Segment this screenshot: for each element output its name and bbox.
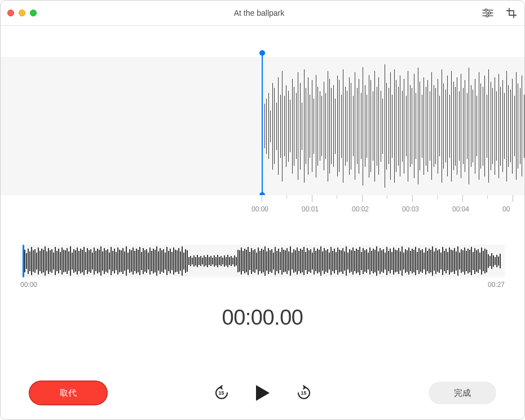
- playhead-handle-bottom[interactable]: [259, 192, 265, 195]
- overview-bar: [366, 249, 367, 273]
- overview-bar: [31, 247, 32, 275]
- overview-bar: [26, 253, 27, 269]
- overview-bar: [413, 250, 414, 272]
- overview-bar: [423, 253, 425, 269]
- overview-bar: [36, 253, 37, 269]
- time-ruler: 00:0000:0100:0200:0300:0400: [1, 195, 524, 223]
- zoom-window-button[interactable]: [30, 10, 37, 16]
- controls-bar: 取代 15 15 完成: [1, 381, 524, 405]
- overview-bar: [94, 247, 95, 275]
- overview-bar: [185, 249, 186, 273]
- overview-bar: [469, 250, 470, 272]
- overview-bar: [488, 254, 489, 268]
- overview-bar: [351, 250, 352, 272]
- done-button[interactable]: 完成: [429, 382, 496, 404]
- overview-bar: [83, 247, 85, 275]
- overview-bar: [28, 249, 29, 274]
- overview-bar: [491, 253, 492, 269]
- overview-bar: [227, 255, 228, 267]
- overview-bar: [143, 248, 144, 274]
- overview-bar: [229, 257, 230, 265]
- overview-bar: [58, 249, 59, 273]
- overview-bar: [177, 250, 178, 272]
- overview-bar: [264, 246, 266, 276]
- overview-bar: [48, 248, 49, 274]
- overview-bar: [220, 256, 222, 266]
- crop-icon[interactable]: [505, 7, 518, 19]
- overview-bar: [104, 248, 105, 274]
- overview-bar: [466, 251, 467, 271]
- time-tick: 00: [513, 195, 525, 223]
- overview-bar: [82, 250, 83, 272]
- play-button[interactable]: [252, 382, 274, 404]
- playhead-handle-top[interactable]: [259, 50, 265, 56]
- overview-bar: [261, 249, 262, 273]
- minimize-window-button[interactable]: [19, 10, 25, 16]
- replace-button[interactable]: 取代: [29, 381, 108, 405]
- overview-bar: [281, 247, 283, 275]
- overview-bar: [105, 250, 107, 272]
- overview-bar: [418, 248, 420, 274]
- overview-bar: [60, 252, 61, 270]
- overview-bar: [427, 251, 428, 271]
- overview-bar: [249, 252, 250, 270]
- overview-bar: [144, 250, 145, 272]
- transport-controls: 15 15: [211, 382, 314, 404]
- overview-bar: [65, 250, 66, 272]
- overview-bar: [481, 247, 482, 275]
- overview-bar: [342, 248, 343, 274]
- overview-bar: [217, 255, 218, 267]
- overview-bar: [347, 253, 348, 269]
- overview-bar: [464, 247, 465, 275]
- close-window-button[interactable]: [7, 10, 14, 16]
- overview-bar: [332, 251, 333, 271]
- overview-bar: [161, 250, 162, 272]
- playhead[interactable]: [262, 53, 263, 195]
- overview-bar: [396, 250, 398, 272]
- overview-bar: [476, 250, 477, 272]
- overview-bar: [109, 253, 110, 269]
- overview-bar: [163, 249, 164, 273]
- skip-backward-button[interactable]: 15: [211, 383, 232, 403]
- overview-bar: [73, 249, 74, 273]
- overview-bar: [134, 251, 135, 271]
- overview-bar: [107, 249, 108, 273]
- time-tick-label: 00:01: [302, 205, 319, 213]
- overview-bar: [171, 252, 173, 270]
- overview-bar: [190, 256, 191, 266]
- titlebar: At the ballpark: [1, 1, 524, 26]
- overview-bar: [388, 251, 389, 271]
- overview-bar: [97, 249, 98, 273]
- overview-bar: [336, 252, 337, 270]
- overview-bar: [484, 249, 486, 273]
- overview-bar: [363, 248, 364, 274]
- overview-bar: [254, 249, 255, 273]
- overview-bar: [280, 252, 281, 270]
- overview-bar: [452, 250, 453, 272]
- overview-bar: [72, 253, 73, 269]
- overview-bar: [234, 255, 235, 267]
- detailed-waveform[interactable]: [1, 26, 524, 195]
- overview-bar: [226, 257, 227, 266]
- overview-bar: [239, 250, 240, 272]
- overview-bar: [329, 253, 330, 269]
- overview-playhead[interactable]: [23, 245, 24, 277]
- overview-bar: [75, 250, 76, 272]
- options-icon[interactable]: [482, 7, 494, 19]
- overview-bar: [330, 247, 332, 275]
- overview-bar: [275, 247, 276, 275]
- overview-bar: [445, 249, 447, 273]
- overview-bar: [473, 252, 474, 270]
- overview-bar: [478, 249, 479, 273]
- svg-point-5: [486, 15, 488, 17]
- overview-waveform[interactable]: 00:00 00:27: [20, 245, 505, 289]
- overview-bar: [422, 249, 423, 273]
- overview-bar: [236, 257, 237, 266]
- overview-bar: [271, 249, 272, 273]
- overview-bar: [337, 247, 338, 275]
- overview-bar: [288, 251, 289, 271]
- overview-bar: [87, 248, 88, 274]
- overview-bar: [77, 247, 78, 275]
- overview-bar: [429, 249, 430, 273]
- skip-forward-button[interactable]: 15: [294, 383, 314, 403]
